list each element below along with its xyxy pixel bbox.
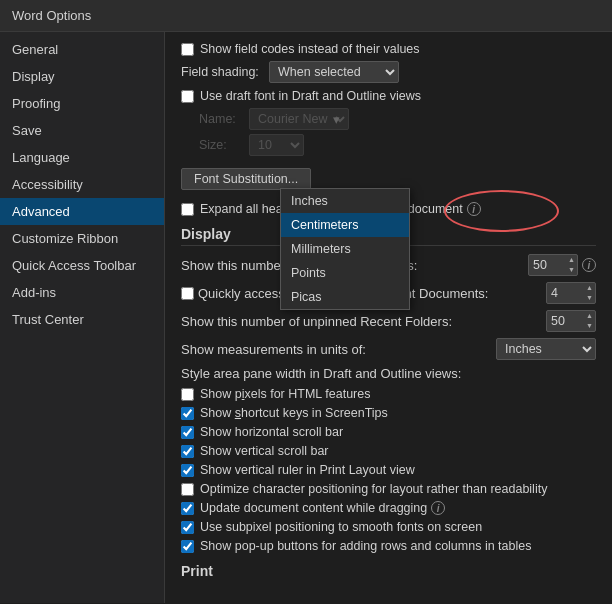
sidebar-item-language[interactable]: Language <box>0 144 164 171</box>
sidebar-item-proofing[interactable]: Proofing <box>0 90 164 117</box>
pixels-row: Show pixels for HTML features <box>181 387 596 401</box>
vruler-checkbox[interactable] <box>181 464 194 477</box>
show-field-codes-row: Show field codes instead of their values <box>181 42 596 56</box>
shortcut-keys-row: Show shortcut keys in ScreenTips <box>181 406 596 420</box>
measurements-row: Show measurements in units of: Inches <box>181 338 596 360</box>
font-size-row: Size: 10 <box>199 134 596 156</box>
expand-headings-checkbox[interactable] <box>181 203 194 216</box>
updatedoc-row: Update document content while dragging i <box>181 501 596 515</box>
unpinned-folders-row: Show this number of unpinned Recent Fold… <box>181 310 596 332</box>
vscroll-checkbox[interactable] <box>181 445 194 458</box>
recent-docs-info-icon: i <box>582 258 596 272</box>
font-size-select[interactable]: 10 <box>249 134 304 156</box>
hscroll-checkbox[interactable] <box>181 426 194 439</box>
sidebar-item-save[interactable]: Save <box>0 117 164 144</box>
charpos-checkbox[interactable] <box>181 483 194 496</box>
measurements-dropdown-popup: Inches Centimeters Millimeters Points Pi… <box>280 188 410 310</box>
sidebar-item-advanced[interactable]: Advanced <box>0 198 164 225</box>
sidebar-item-customize-ribbon[interactable]: Customize Ribbon <box>0 225 164 252</box>
pixels-checkbox[interactable] <box>181 388 194 401</box>
dd-points[interactable]: Points <box>281 261 409 285</box>
subpixel-label: Use subpixel positioning to smooth fonts… <box>200 520 482 534</box>
title-bar-label: Word Options <box>12 8 91 23</box>
sidebar-item-general[interactable]: General <box>0 36 164 63</box>
sidebar: General Display Proofing Save Language A… <box>0 32 165 603</box>
hscroll-label: Show horizontal scroll bar <box>200 425 343 439</box>
draft-font-checkbox[interactable] <box>181 90 194 103</box>
updatedoc-label: Update document content while dragging <box>200 501 427 515</box>
sidebar-item-display[interactable]: Display <box>0 63 164 90</box>
measurements-label: Show measurements in units of: <box>181 342 496 357</box>
draft-font-label: Use draft font in Draft and Outline view… <box>200 89 421 103</box>
show-field-codes-checkbox[interactable] <box>181 43 194 56</box>
quick-access-recent-spinner[interactable]: ▲ ▼ <box>546 282 596 304</box>
vscroll-row: Show vertical scroll bar <box>181 444 596 458</box>
font-name-label: Name: <box>199 112 249 126</box>
vruler-label: Show vertical ruler in Print Layout view <box>200 463 415 477</box>
sidebar-item-quick-access[interactable]: Quick Access Toolbar <box>0 252 164 279</box>
sidebar-item-add-ins[interactable]: Add-ins <box>0 279 164 306</box>
style-area-pane-label: Style area pane width in Draft and Outli… <box>181 366 596 381</box>
unpinned-down-arrow[interactable]: ▼ <box>584 321 595 331</box>
recent-docs-up-arrow[interactable]: ▲ <box>566 255 577 265</box>
content-area: Show field codes instead of their values… <box>165 32 612 603</box>
expand-headings-info-icon: i <box>467 202 481 216</box>
updatedoc-info-icon: i <box>431 501 445 515</box>
charpos-label: Optimize character positioning for layou… <box>200 482 547 496</box>
subpixel-checkbox[interactable] <box>181 521 194 534</box>
font-size-label: Size: <box>199 138 249 152</box>
dd-millimeters[interactable]: Millimeters <box>281 237 409 261</box>
updatedoc-checkbox[interactable] <box>181 502 194 515</box>
dd-picas[interactable]: Picas <box>281 285 409 309</box>
unpinned-folders-label: Show this number of unpinned Recent Fold… <box>181 314 546 329</box>
hscroll-row: Show horizontal scroll bar <box>181 425 596 439</box>
shortcut-keys-label: Show shortcut keys in ScreenTips <box>200 406 388 420</box>
draft-font-row: Use draft font in Draft and Outline view… <box>181 89 596 103</box>
quick-access-recent-checkbox[interactable] <box>181 287 194 300</box>
popupbtns-label: Show pop-up buttons for adding rows and … <box>200 539 531 553</box>
pixels-label: Show pixels for HTML features <box>200 387 370 401</box>
sidebar-item-trust-center[interactable]: Trust Center <box>0 306 164 333</box>
font-name-select[interactable]: Courier New <box>249 108 349 130</box>
qa-down-arrow[interactable]: ▼ <box>584 293 595 303</box>
show-field-codes-label: Show field codes instead of their values <box>200 42 420 56</box>
field-shading-row: Field shading: Never Always When selecte… <box>181 61 596 83</box>
dd-centimeters[interactable]: Centimeters <box>281 213 409 237</box>
recent-docs-down-arrow[interactable]: ▼ <box>566 265 577 275</box>
style-area-pane-row: Style area pane width in Draft and Outli… <box>181 366 596 381</box>
vruler-row: Show vertical ruler in Print Layout view <box>181 463 596 477</box>
field-shading-select[interactable]: Never Always When selected <box>269 61 399 83</box>
print-section-title: Print <box>181 563 596 579</box>
popupbtns-row: Show pop-up buttons for adding rows and … <box>181 539 596 553</box>
shortcut-keys-checkbox[interactable] <box>181 407 194 420</box>
sidebar-item-accessibility[interactable]: Accessibility <box>0 171 164 198</box>
field-shading-label: Field shading: <box>181 65 261 79</box>
measurements-select[interactable]: Inches <box>496 338 596 360</box>
unpinned-folders-spinner[interactable]: ▲ ▼ <box>546 310 596 332</box>
dd-inches[interactable]: Inches <box>281 189 409 213</box>
qa-up-arrow[interactable]: ▲ <box>584 283 595 293</box>
unpinned-up-arrow[interactable]: ▲ <box>584 311 595 321</box>
subpixel-row: Use subpixel positioning to smooth fonts… <box>181 520 596 534</box>
recent-docs-spinner[interactable]: ▲ ▼ <box>528 254 578 276</box>
font-substitution-button[interactable]: Font Substitution... <box>181 168 311 190</box>
vscroll-label: Show vertical scroll bar <box>200 444 329 458</box>
charpos-row: Optimize character positioning for layou… <box>181 482 596 496</box>
font-name-row: Name: Courier New ▾ <box>199 108 596 130</box>
popupbtns-checkbox[interactable] <box>181 540 194 553</box>
title-bar: Word Options <box>0 0 612 32</box>
